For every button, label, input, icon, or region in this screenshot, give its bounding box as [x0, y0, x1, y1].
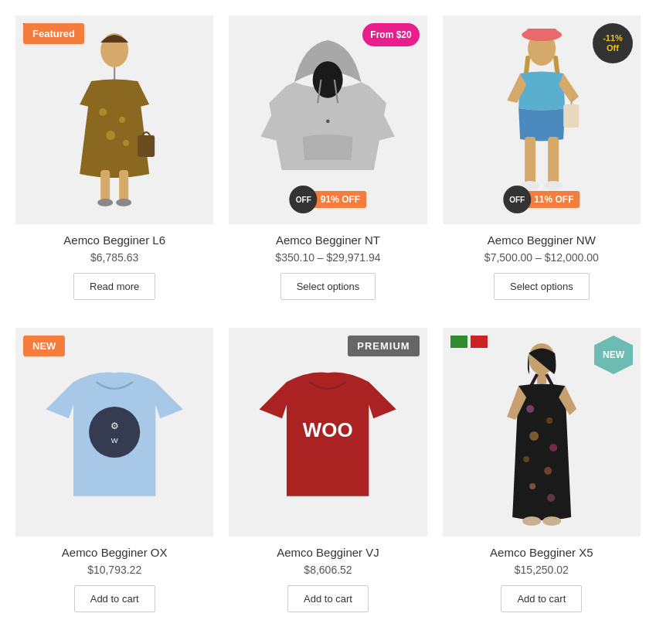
svg-point-8	[97, 199, 113, 206]
svg-point-9	[116, 199, 131, 206]
discount-line2: Off	[607, 43, 619, 53]
products-grid: Featured	[15, 15, 641, 625]
add-to-cart-button-5[interactable]: Add to cart	[287, 585, 369, 612]
product-card-6: NEW	[443, 328, 641, 625]
product-card-2: From $20 ● OFF	[229, 15, 427, 312]
svg-rect-17	[526, 29, 557, 38]
select-options-button-3[interactable]: Select options	[494, 273, 590, 300]
svg-point-33	[546, 417, 552, 424]
badge-new-orange-4: NEW	[23, 336, 65, 356]
read-more-button-1[interactable]: Read more	[73, 273, 155, 300]
svg-text:●: ●	[325, 116, 331, 125]
product-name-5: Aemco Begginer VJ	[235, 546, 420, 559]
product-image-wrap-5: PREMIUM WOO	[229, 328, 427, 537]
badge-from: From $20	[362, 23, 419, 46]
product-image-wrap-4: NEW ⚙ W	[15, 328, 213, 537]
add-to-cart-button-6[interactable]: Add to cart	[501, 585, 582, 612]
svg-point-11	[313, 61, 343, 98]
product-info-3: Aemco Begginer NW $7,500.00 – $12,000.00…	[443, 224, 641, 305]
svg-point-37	[544, 467, 552, 475]
svg-point-41	[542, 516, 561, 526]
product-price-1: $6,785.63	[22, 251, 207, 264]
product-flags-6	[450, 336, 488, 348]
badge-premium-5: PREMIUM	[348, 336, 419, 356]
product-card-5: PREMIUM WOO Aemco Begginer VJ $8,606.52 …	[229, 328, 427, 625]
product-price-6: $15,250.02	[449, 564, 634, 576]
svg-rect-29	[537, 373, 546, 383]
svg-rect-10	[138, 135, 155, 157]
svg-point-32	[526, 405, 534, 413]
svg-point-39	[547, 494, 555, 502]
svg-point-36	[523, 456, 529, 462]
product-image-wrap-3: -11% Off	[443, 15, 641, 224]
off-banner-3: OFF 11% OFF	[503, 186, 580, 213]
svg-point-35	[549, 444, 557, 451]
svg-point-40	[522, 516, 541, 526]
product-name-3: Aemco Begginer NW	[449, 233, 634, 247]
flag-red-6	[471, 336, 488, 348]
product-name-1: Aemco Begginer L6	[22, 233, 207, 247]
select-options-button-2[interactable]: Select options	[280, 273, 376, 300]
svg-rect-22	[563, 104, 579, 128]
svg-point-2	[99, 108, 107, 116]
product-card-4: NEW ⚙ W Aemco Begginer OX $10,793.22 Add…	[15, 328, 213, 625]
svg-rect-6	[100, 170, 110, 201]
product-price-4: $10,793.22	[22, 564, 207, 576]
product-info-2: Aemco Begginer NT $350.10 – $29,971.94 S…	[229, 224, 427, 305]
svg-text:⚙: ⚙	[110, 421, 119, 431]
svg-point-24	[89, 407, 140, 458]
product-name-2: Aemco Begginer NT	[235, 233, 420, 247]
svg-point-34	[529, 431, 539, 441]
add-to-cart-button-4[interactable]: Add to cart	[74, 585, 155, 612]
product-card-3: -11% Off	[443, 15, 641, 312]
flag-green-6	[450, 336, 467, 348]
off-label-3: 11% OFF	[528, 191, 580, 208]
product-name-4: Aemco Begginer OX	[22, 546, 207, 559]
svg-text:W: W	[111, 436, 118, 445]
svg-point-4	[106, 131, 115, 140]
off-banner-2: OFF 91% OFF	[290, 186, 366, 213]
product-card-1: Featured	[15, 15, 213, 312]
product-price-5: $8,606.52	[235, 564, 420, 576]
off-circle-3: OFF	[503, 186, 531, 213]
product-name-6: Aemco Begginer X5	[449, 546, 634, 559]
product-image-5: WOO	[229, 332, 427, 533]
product-info-4: Aemco Begginer OX $10,793.22 Add to cart	[15, 537, 213, 617]
svg-text:WOO: WOO	[303, 418, 353, 441]
off-circle-2: OFF	[290, 186, 318, 213]
off-label-2: 91% OFF	[314, 191, 366, 208]
svg-rect-18	[525, 137, 535, 183]
discount-line1: -11%	[603, 33, 623, 43]
badge-featured: Featured	[23, 23, 84, 44]
product-image-wrap-1: Featured	[15, 15, 213, 224]
svg-rect-7	[119, 170, 128, 201]
svg-point-5	[123, 140, 129, 146]
badge-discount-circle: -11% Off	[593, 23, 633, 63]
product-info-1: Aemco Begginer L6 $6,785.63 Read more	[15, 224, 213, 305]
svg-rect-19	[548, 137, 559, 183]
svg-point-3	[119, 117, 125, 123]
product-price-2: $350.10 – $29,971.94	[235, 251, 420, 264]
svg-point-38	[529, 483, 535, 489]
product-price-3: $7,500.00 – $12,000.00	[449, 251, 634, 264]
product-image-wrap-2: From $20 ● OFF	[229, 15, 427, 224]
product-image-4: ⚙ W	[15, 332, 213, 533]
product-info-6: Aemco Begginer X5 $15,250.02 Add to cart	[443, 537, 641, 617]
product-info-5: Aemco Begginer VJ $8,606.52 Add to cart	[229, 537, 427, 617]
product-image-1	[15, 19, 213, 220]
product-image-wrap-6: NEW	[443, 328, 641, 537]
